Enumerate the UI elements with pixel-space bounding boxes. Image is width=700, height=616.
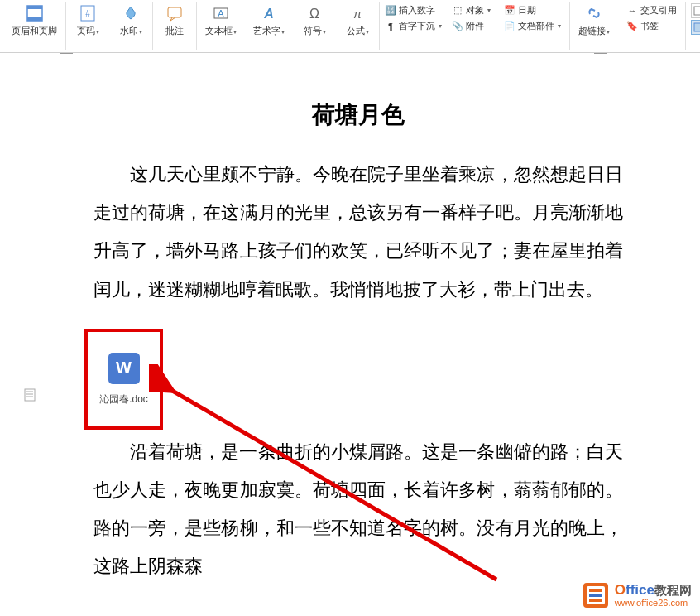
document-paragraph-1: 这几天心里颇不宁静。今晚在院子里坐着乘凉，忽然想起日日走过的荷塘，在这满月的光里… [93,156,623,309]
wordart-icon: A [259,3,279,23]
svg-rect-2 [27,17,42,21]
document-paragraph-2: 沿着荷塘，是一条曲折的小煤屑路。这是一条幽僻的路；白天也少人走，夜晚更加寂寞。荷… [93,433,623,586]
hyperlink-icon [584,3,604,23]
svg-rect-28 [589,589,602,592]
date-button[interactable]: 📅日期 [502,3,563,17]
svg-text:Ω: Ω [309,7,319,21]
watermark-icon [121,3,141,23]
textbox-icon: A [211,3,231,23]
gutter-page-icon[interactable] [23,387,38,402]
annotation-button[interactable]: 批注 [156,2,193,39]
svg-rect-11 [694,7,700,15]
number-icon: 🔢 [385,5,396,17]
bookmark-button[interactable]: 🔖书签 [625,19,678,33]
ribbon-toolbar: 页眉和页脚 # 页码▾ 水印▾ 批注 A 文本框▾ A 艺术字▾ Ω [0,0,700,53]
view-mode-4[interactable] [691,20,700,35]
embedded-doc-icon[interactable]: W [108,353,140,384]
svg-text:A: A [263,7,274,21]
bookmark-icon: 🔖 [626,21,638,32]
document-title: 荷塘月色 [93,99,623,131]
symbol-icon: Ω [304,3,324,23]
attachment-icon: 📎 [452,21,463,32]
svg-rect-30 [589,599,602,602]
textbox-button[interactable]: A 文本框▾ [200,2,242,39]
date-icon: 📅 [504,5,515,17]
embedded-doc-filename: 沁园春.doc [99,392,148,407]
brand-watermark: Office教程网 www.office26.com [582,581,692,609]
watermark-button[interactable]: 水印▾ [113,2,149,39]
svg-rect-29 [589,594,602,597]
insert-number-button[interactable]: 🔢插入数字 [383,3,443,17]
svg-text:π: π [353,7,362,21]
doc-parts-button[interactable]: 📄文档部件▾ [502,19,563,33]
page-corner-tr [594,53,607,66]
svg-text:A: A [218,8,224,18]
symbol-button[interactable]: Ω 符号▾ [296,2,333,39]
svg-text:#: # [85,9,90,18]
page-number-button[interactable]: # 页码▾ [70,2,106,39]
svg-rect-5 [168,7,181,17]
object-button[interactable]: ⬚对象▾ [450,3,492,17]
drop-cap-button[interactable]: ¶首字下沉▾ [383,19,443,33]
dropcap-icon: ¶ [385,21,396,32]
brand-url: www.office26.com [615,598,692,608]
attachment-button[interactable]: 📎附件 [450,19,492,33]
svg-rect-1 [27,6,42,9]
brand-logo-icon [582,581,610,609]
wordart-button[interactable]: A 艺术字▾ [248,2,290,39]
page-corner-tl [60,53,73,66]
cross-ref-button[interactable]: ↔交叉引用 [625,3,678,17]
brand-title: Office教程网 [615,583,692,599]
docparts-icon: 📄 [504,21,515,32]
view-mode-1[interactable] [691,3,700,18]
header-footer-icon [25,3,45,23]
hyperlink-button[interactable]: 超链接▾ [573,2,615,39]
crossref-icon: ↔ [626,5,638,17]
document-area: 荷塘月色 这几天心里颇不宁静。今晚在院子里坐着乘凉，忽然想起日日走过的荷塘，在这… [0,53,700,586]
equation-icon: π [348,3,367,23]
annotation-icon [165,3,185,23]
page-number-icon: # [78,3,98,23]
equation-button[interactable]: π 公式▾ [339,2,376,39]
svg-rect-16 [694,23,700,31]
header-footer-button[interactable]: 页眉和页脚 [7,2,62,39]
svg-rect-22 [25,389,35,401]
view-mode-grid [689,2,700,36]
object-icon: ⬚ [452,5,463,17]
embedded-object-highlight: W 沁园春.doc [84,329,163,430]
